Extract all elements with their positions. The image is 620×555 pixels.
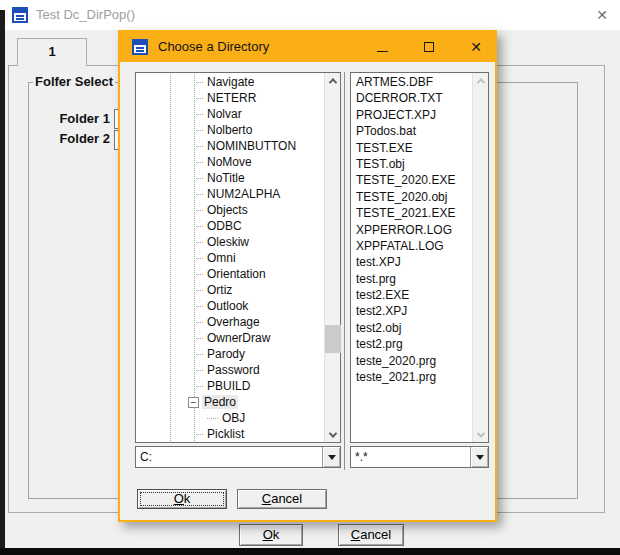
file-item[interactable]: TESTE_2020.EXE xyxy=(352,172,471,188)
tree-item[interactable]: Oleskiw xyxy=(137,234,323,250)
tree-connector xyxy=(194,274,203,275)
directory-tree: NavigateNETERRNolvarNolbertoNOMINBUTTONN… xyxy=(137,74,323,441)
tree-item-label: NETERR xyxy=(205,91,258,105)
tree-item-label: Omni xyxy=(205,251,238,265)
scroll-down-icon[interactable] xyxy=(325,427,341,442)
tree-item[interactable]: Orientation xyxy=(137,266,323,282)
drive-combobox[interactable]: C: xyxy=(135,446,341,468)
tree-item-label: Overhage xyxy=(205,315,262,329)
file-item[interactable]: ARTMES.DBF xyxy=(352,74,471,90)
tree-item-label: OwnerDraw xyxy=(205,331,272,345)
tree-connector xyxy=(194,130,203,131)
scrollbar-thumb[interactable] xyxy=(325,325,341,353)
main-window-title: Test Dc_DirPop() xyxy=(36,0,135,30)
minimize-icon[interactable] xyxy=(367,35,397,59)
file-item[interactable]: XPPERROR.LOG xyxy=(352,222,471,238)
filter-combobox[interactable]: *.* xyxy=(350,446,489,468)
tree-item[interactable]: Nolvar xyxy=(137,106,323,122)
tree-item-label: NoTitle xyxy=(205,171,247,185)
tree-item[interactable]: Navigate xyxy=(137,74,323,90)
tree-item[interactable]: Picklist xyxy=(137,426,323,441)
tree-item[interactable]: NoMove xyxy=(137,154,323,170)
file-item[interactable]: teste_2021.prg xyxy=(352,369,471,385)
tree-item[interactable]: NETERR xyxy=(137,90,323,106)
tree-connector xyxy=(194,306,203,307)
file-item[interactable]: test.XPJ xyxy=(352,254,471,270)
tree-connector xyxy=(194,146,203,147)
tree-item[interactable]: NoTitle xyxy=(137,170,323,186)
tree-item[interactable]: NOMINBUTTON xyxy=(137,138,323,154)
tree-item-label: Objects xyxy=(205,203,250,217)
tree-connector xyxy=(194,338,203,339)
drive-combobox-value: C: xyxy=(140,447,152,467)
file-item[interactable]: TESTE_2020.obj xyxy=(352,189,471,205)
tree-item-label: Navigate xyxy=(205,75,256,89)
scroll-down-icon[interactable] xyxy=(473,427,489,442)
file-item[interactable]: test2.XPJ xyxy=(352,303,471,319)
tree-item-label: ODBC xyxy=(205,219,244,233)
file-item[interactable]: test2.EXE xyxy=(352,287,471,303)
tree-item[interactable]: ODBC xyxy=(137,218,323,234)
tree-item[interactable]: NUM2ALPHA xyxy=(137,186,323,202)
tree-item-label: NUM2ALPHA xyxy=(205,187,282,201)
tree-connector xyxy=(194,162,203,163)
file-item[interactable]: TESTE_2021.EXE xyxy=(352,205,471,221)
main-ok-button[interactable]: Ok xyxy=(239,524,303,546)
tree-item[interactable]: Parody xyxy=(137,346,323,362)
tree-connector xyxy=(194,194,203,195)
tree-item[interactable]: Outlook xyxy=(137,298,323,314)
tree-connector xyxy=(194,98,203,99)
file-scrollbar[interactable] xyxy=(472,73,488,442)
tree-item[interactable]: OBJ xyxy=(137,410,323,426)
maximize-icon[interactable] xyxy=(414,35,444,59)
tree-connector xyxy=(194,290,203,291)
filter-combobox-dropdown[interactable] xyxy=(470,447,488,467)
tree-connector xyxy=(194,354,203,355)
file-item[interactable]: DCERROR.TXT xyxy=(352,90,471,106)
collapse-icon[interactable]: − xyxy=(188,397,199,408)
file-item[interactable]: PROJECT.XPJ xyxy=(352,107,471,123)
drive-combobox-dropdown[interactable] xyxy=(322,447,340,467)
file-item[interactable]: test.prg xyxy=(352,271,471,287)
dialog-icon xyxy=(132,39,148,55)
file-item[interactable]: TEST.obj xyxy=(352,156,471,172)
tree-connector xyxy=(194,322,203,323)
tree-item[interactable]: OwnerDraw xyxy=(137,330,323,346)
choose-directory-dialog: Choose a Directory ✕ NavigateNETERRNolva… xyxy=(118,30,497,522)
dialog-titlebar[interactable]: Choose a Directory ✕ xyxy=(120,32,495,62)
tree-item[interactable]: −Pedro xyxy=(137,394,323,410)
tree-item-label: Ortiz xyxy=(205,283,234,297)
tree-item[interactable]: Omni xyxy=(137,250,323,266)
file-item[interactable]: test2.obj xyxy=(352,320,471,336)
tree-item[interactable]: PBUILD xyxy=(137,378,323,394)
pane-divider xyxy=(344,72,345,470)
tree-item-label: Parody xyxy=(205,347,247,361)
scroll-up-icon[interactable] xyxy=(325,73,341,88)
file-item[interactable]: teste_2020.prg xyxy=(352,353,471,369)
dialog-ok-button[interactable]: Ok xyxy=(137,489,227,509)
close-icon[interactable]: ✕ xyxy=(461,35,491,59)
directory-tree-listbox: NavigateNETERRNolvarNolbertoNOMINBUTTONN… xyxy=(135,72,341,443)
main-close-icon[interactable]: ✕ xyxy=(590,4,614,26)
tree-scrollbar[interactable] xyxy=(324,73,340,442)
tree-item-label: Picklist xyxy=(205,427,246,441)
tree-connector xyxy=(194,114,203,115)
tree-connector xyxy=(194,242,203,243)
tree-item[interactable]: Ortiz xyxy=(137,282,323,298)
tree-item[interactable]: Password xyxy=(137,362,323,378)
tree-item[interactable]: Objects xyxy=(137,202,323,218)
file-item[interactable]: TEST.EXE xyxy=(352,140,471,156)
tree-connector xyxy=(194,178,203,179)
tab-1[interactable]: 1 xyxy=(17,38,87,66)
file-item[interactable]: PTodos.bat xyxy=(352,123,471,139)
tree-connector xyxy=(194,82,203,83)
tree-item[interactable]: Overhage xyxy=(137,314,323,330)
dialog-body: NavigateNETERRNolvarNolbertoNOMINBUTTONN… xyxy=(120,62,495,520)
main-cancel-button[interactable]: Cancel xyxy=(338,524,404,546)
scroll-up-icon[interactable] xyxy=(473,73,489,88)
dialog-cancel-button[interactable]: Cancel xyxy=(237,489,327,509)
tree-item-label: Pedro xyxy=(202,395,238,409)
file-item[interactable]: test2.prg xyxy=(352,336,471,352)
file-item[interactable]: XPPFATAL.LOG xyxy=(352,238,471,254)
tree-item[interactable]: Nolberto xyxy=(137,122,323,138)
